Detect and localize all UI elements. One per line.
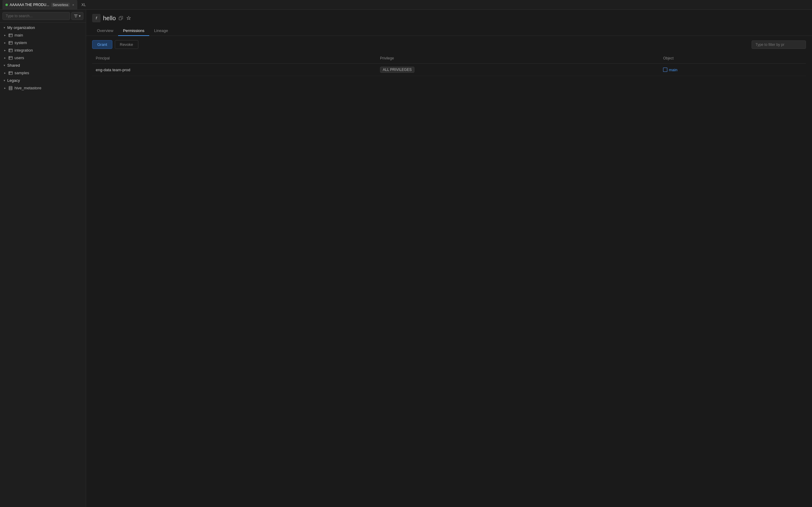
sidebar-item-main[interactable]: main xyxy=(0,32,86,39)
sidebar-item-integration-label: integration xyxy=(14,48,33,53)
sidebar-item-samples-label: samples xyxy=(14,71,29,75)
tab-main[interactable]: AAAAAA THE PRODU... Serverless × xyxy=(2,0,77,9)
grant-button[interactable]: Grant xyxy=(92,40,112,49)
section-shared-label: Shared xyxy=(7,63,20,68)
copy-button[interactable] xyxy=(118,15,123,21)
object-catalog-icon xyxy=(663,68,667,72)
content-header: f hello xyxy=(86,10,812,22)
sidebar-tree: My organization main xyxy=(0,23,86,507)
search-input[interactable] xyxy=(2,12,70,20)
sidebar-item-users-label: users xyxy=(14,56,24,60)
filter-chevron: ▾ xyxy=(79,14,81,18)
tab-lineage[interactable]: Lineage xyxy=(149,26,173,36)
svg-rect-0 xyxy=(9,34,12,37)
chevron-system xyxy=(3,41,7,45)
copy-icon xyxy=(119,16,123,20)
main-layout: ▾ My organization xyxy=(0,10,812,507)
tab-status-dot xyxy=(5,4,8,6)
cell-object: main xyxy=(659,64,806,76)
section-my-organization: My organization main xyxy=(0,24,86,62)
function-icon: f xyxy=(92,14,101,22)
section-my-organization-header[interactable]: My organization xyxy=(0,24,86,32)
sidebar-item-users[interactable]: users xyxy=(0,54,86,62)
star-icon xyxy=(126,16,131,20)
chevron-my-org xyxy=(2,26,6,30)
object-link[interactable]: main xyxy=(663,68,802,72)
chevron-samples xyxy=(3,71,7,75)
chevron-shared xyxy=(2,64,6,67)
chevron-legacy xyxy=(2,79,6,82)
privileges-table: Principal Privilege Object eng-data team… xyxy=(92,53,806,76)
revoke-button[interactable]: Revoke xyxy=(115,40,138,49)
filter-input[interactable] xyxy=(752,41,806,49)
catalog-icon-hive xyxy=(8,86,13,90)
privilege-badge: ALL PRIVILEGES xyxy=(380,67,414,73)
section-legacy: Legacy hive_metastore xyxy=(0,77,86,92)
tab-badge: Serverless xyxy=(51,3,70,7)
cell-principal: eng-data team-prod xyxy=(92,64,376,76)
section-my-organization-label: My organization xyxy=(7,25,35,30)
svg-rect-9 xyxy=(9,56,12,59)
filter-button[interactable]: ▾ xyxy=(71,12,83,20)
svg-rect-3 xyxy=(9,41,12,44)
star-button[interactable] xyxy=(126,15,132,21)
catalog-icon-samples xyxy=(8,71,13,75)
tab-bar: AAAAAA THE PRODU... Serverless × XL xyxy=(0,0,812,10)
sidebar-item-system[interactable]: system xyxy=(0,39,86,47)
tab-xl-label: XL xyxy=(82,3,86,7)
chevron-integration xyxy=(3,49,7,52)
chevron-hive xyxy=(3,86,7,90)
catalog-icon-integration xyxy=(8,48,13,53)
col-object: Object xyxy=(659,53,806,64)
catalog-icon-system xyxy=(8,41,13,45)
sidebar-item-integration[interactable]: integration xyxy=(0,47,86,54)
section-shared: Shared samples xyxy=(0,62,86,77)
catalog-icon-users xyxy=(8,56,13,60)
sidebar-item-hive-metastore[interactable]: hive_metastore xyxy=(0,84,86,92)
tabs-navigation: Overview Permissions Lineage xyxy=(86,23,812,36)
svg-rect-12 xyxy=(9,71,12,74)
svg-rect-6 xyxy=(9,49,12,52)
tab-close-icon[interactable]: × xyxy=(72,3,74,7)
section-legacy-header[interactable]: Legacy xyxy=(0,77,86,84)
sidebar-item-samples[interactable]: samples xyxy=(0,69,86,77)
catalog-icon-main xyxy=(8,33,13,38)
cell-privilege: ALL PRIVILEGES xyxy=(376,64,659,76)
chevron-main xyxy=(3,34,7,37)
chevron-users xyxy=(3,56,7,60)
svg-rect-19 xyxy=(119,17,121,20)
permissions-toolbar: Grant Revoke xyxy=(86,36,812,53)
sidebar-item-hive-label: hive_metastore xyxy=(14,86,41,90)
section-shared-header[interactable]: Shared xyxy=(0,62,86,69)
tab-xl[interactable]: XL xyxy=(79,0,89,9)
sidebar-item-system-label: system xyxy=(14,41,27,45)
col-privilege: Privilege xyxy=(376,53,659,64)
object-label: main xyxy=(669,68,677,72)
page-title: hello xyxy=(103,15,116,22)
tab-overview[interactable]: Overview xyxy=(92,26,118,36)
sidebar-item-main-label: main xyxy=(14,33,23,38)
filter-icon xyxy=(74,14,78,18)
tab-label: AAAAAA THE PRODU... xyxy=(10,3,49,7)
col-principal: Principal xyxy=(92,53,376,64)
search-bar: ▾ xyxy=(0,10,86,23)
sidebar: ▾ My organization xyxy=(0,10,86,507)
content-area: f hello Overview Permissions Lineage Gra… xyxy=(86,10,812,507)
tab-permissions[interactable]: Permissions xyxy=(118,26,149,36)
table-row: eng-data team-prod ALL PRIVILEGES main xyxy=(92,64,806,76)
section-legacy-label: Legacy xyxy=(7,78,20,83)
permissions-table: Principal Privilege Object eng-data team… xyxy=(86,53,812,507)
